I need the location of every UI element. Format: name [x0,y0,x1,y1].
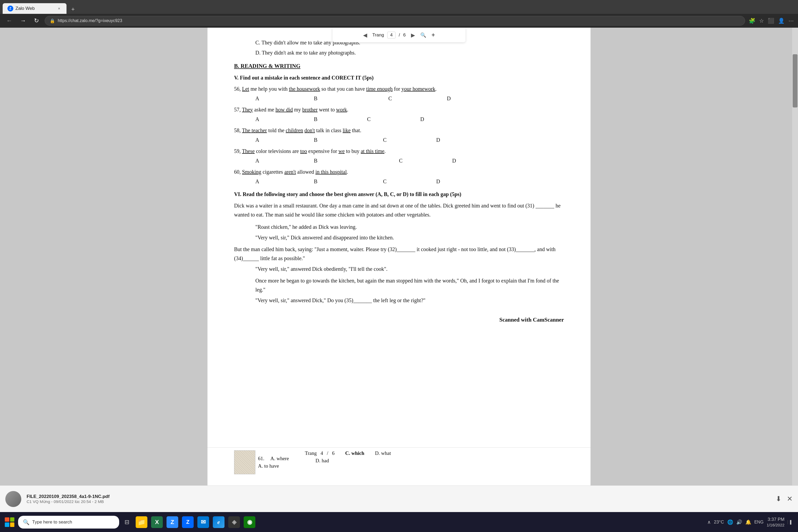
file-name: FILE_20220109_202358_4a1-9-1NC.pdf [26,494,770,499]
more-options-icon[interactable]: ⋯ [788,18,794,24]
extra-app-1-button[interactable]: ◈ [227,515,241,529]
refresh-button[interactable]: ↻ [32,16,41,25]
taskbar-search-bar[interactable]: 🔍 Type here to search [18,516,119,529]
windows-icon [5,517,14,527]
pdf-zoom-plus-button[interactable]: + [429,31,437,39]
date-display: 1/16/2022 [766,522,784,528]
file-explorer-button[interactable]: 📁 [135,515,148,529]
system-tray: ∧ 23°C 🌐 🔊 🔔 ENG 3:37 PM 1/16/2022 ▌ [707,517,795,528]
edge-icon: e [213,516,225,528]
pdf-page-total: 6 [403,33,406,38]
zalo-button[interactable]: Z [181,515,195,529]
q61-row: 61. A. where [258,456,289,461]
chevron-up-icon[interactable]: ∧ [707,519,711,525]
passage-p6: Once more he began to go towards the kit… [255,276,564,294]
q57-options: A B C D [255,115,564,124]
file-meta: C1 VQ Mừng - 09/01/2022 lúc 20:54 - 2 MB [26,499,770,504]
pdf-page-current[interactable]: 4 [387,32,396,39]
tab-favicon: Z [7,5,13,12]
start-button[interactable] [3,515,17,529]
next-page-preview: 61. A. where A. to have Trang 4 / 6 C. w… [208,448,590,479]
back-button[interactable]: ← [4,16,14,25]
taskbar-search-text: Type here to search [32,519,72,525]
scrollbar-thumb[interactable] [793,54,797,108]
pdf-page-label: Trang [373,33,384,38]
profile-icon[interactable]: 👤 [778,18,785,24]
section-b-header: B. READING & WRITING [234,62,564,71]
passage-p3: "Very well, sir," Dick answered and disa… [255,233,564,242]
message-bar: FILE_20220109_202358_4a1-9-1NC.pdf C1 VQ… [0,486,798,512]
edge-button[interactable]: e [212,515,226,529]
browser-actions: 🧩 ☆ ⬛ 👤 ⋯ [749,18,794,24]
zalo-icon: Z [182,516,194,528]
excel-button[interactable]: X [150,515,164,529]
task-view-button[interactable]: ⊟ [121,516,133,528]
q58-options: A B C D [255,136,564,144]
favorites-icon[interactable]: ☆ [759,18,764,24]
passage-p4: But the man called him back, saying: "Ju… [234,245,564,263]
section-v-header: V. Find out a mistake in each sentence a… [234,73,564,82]
collections-icon[interactable]: ⬛ [768,18,774,24]
pdf-toolbar: ◀ Trang 4 / 6 ▶ 🔍 + [332,28,466,42]
passage-p1: Dick was a waiter in a small restaurant.… [234,201,564,219]
new-tab-button[interactable]: + [69,5,77,14]
sender-avatar [5,491,21,507]
main-content-area: ◀ Trang 4 / 6 ▶ 🔍 + C. They didn't allow… [0,28,798,506]
mail-icon: ✉ [197,516,209,528]
answer-d-text: D. They didn't ask me to take any photog… [255,50,356,56]
document-container: C. They didn't allow me to take any phot… [208,28,590,506]
extra-app-2-button[interactable]: ◉ [243,515,256,529]
zoom-icon: Z [167,516,178,528]
question-56: 56, Let me help you with the housework s… [234,84,564,93]
tab-title: Zalo Web [15,6,35,11]
download-button[interactable]: ⬇ [776,495,781,503]
q62-a: A. to have [258,463,279,469]
pdf-prev-button[interactable]: ◀ [361,32,369,39]
zoom-button[interactable]: Z [166,515,179,529]
passage-p5: "Very well, sir," answered Dick obedient… [255,264,564,273]
scrollbar-track [792,28,798,506]
mail-button[interactable]: ✉ [196,515,210,529]
q61-c: C. which [345,450,364,456]
taskbar: 🔍 Type here to search ⊟ 📁 X Z Z ✉ [0,512,798,532]
address-text: https://chat.zalo.me/?g=ixeuyc923 [58,18,122,23]
address-input[interactable]: 🔒 https://chat.zalo.me/?g=ixeuyc923 [45,16,745,25]
message-actions: ⬇ ✕ [776,495,793,503]
pdf-toolbar-inline: Trang 4 / 6 [305,450,335,456]
pdf-next-button[interactable]: ▶ [409,32,417,39]
volume-icon[interactable]: 🔊 [736,519,742,525]
forward-button[interactable]: → [18,16,28,25]
excel-icon: X [151,516,163,528]
extensions-icon[interactable]: 🧩 [749,18,756,24]
passage-p7: "Very well, sir," answered Dick," Do you… [255,296,564,305]
pdf-page-separator: / [399,33,400,38]
passage-p2: "Roast chicken," he added as Dick was le… [255,222,564,231]
clock-display[interactable]: 3:37 PM 1/16/2022 [766,517,784,528]
q62-d: D. had [316,458,329,464]
q62-row: A. to have [258,463,289,469]
question-57: 57, They asked me how did my brother wen… [234,105,564,114]
network-icon[interactable]: 🌐 [727,519,733,525]
message-info: FILE_20220109_202358_4a1-9-1NC.pdf C1 VQ… [26,494,770,504]
camscanner-badge: Scanned with CamScanner [234,316,564,324]
extra-app-2-icon: ◉ [244,516,255,528]
language-display: ENG [754,520,764,525]
address-bar-row: ← → ↻ 🔒 https://chat.zalo.me/?g=ixeuyc92… [0,14,798,28]
q60-options: A B C D [255,177,564,186]
q59-options: A B C D [255,156,564,165]
q61-a: A. where [270,456,289,461]
tab-close-button[interactable]: × [56,6,62,11]
message-close-button[interactable]: ✕ [787,495,793,503]
notification-icon[interactable]: 🔔 [745,519,751,525]
time-display: 3:37 PM [766,517,784,522]
reading-passage: Dick was a waiter in a small restaurant.… [234,201,564,305]
extra-app-1-icon: ◈ [228,516,240,528]
section-vi-header: VI. Read the following story and choose … [234,190,564,198]
taskbar-search-icon: 🔍 [23,519,30,525]
active-tab[interactable]: Z Zalo Web × [3,3,66,14]
task-view-icon: ⊟ [125,519,129,526]
tab-bar: Z Zalo Web × + [0,0,798,14]
q61-num: 61. [258,456,264,461]
show-desktop-button[interactable]: ▌ [787,520,793,524]
pdf-zoom-icon: 🔍 [420,32,426,38]
